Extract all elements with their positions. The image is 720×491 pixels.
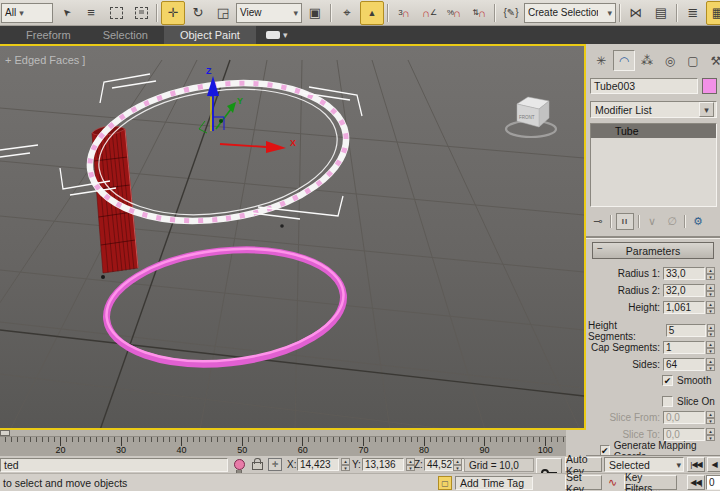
mirror-button[interactable]: ⋈	[624, 1, 648, 25]
pink-tube-ring[interactable]	[101, 238, 349, 375]
remove-modifier-icon[interactable]: ∅	[664, 214, 680, 229]
modify-tab[interactable]: ◠	[613, 50, 635, 71]
rotate-icon: ↻	[193, 5, 204, 20]
use-pivot-center-button[interactable]: ▣	[303, 1, 327, 25]
angle-snap-toggle[interactable]: ∩∠	[417, 1, 441, 25]
current-frame-field[interactable]: 0	[706, 475, 720, 490]
modifier-list-dropdown[interactable]: Modifier List ▾	[590, 101, 717, 118]
select-and-rotate-button[interactable]: ↻	[186, 1, 210, 25]
ribbon-tab[interactable]: Object Paint	[164, 26, 256, 44]
snaps-toggle[interactable]: 3∩	[392, 1, 416, 25]
window-crossing-toggle[interactable]	[129, 1, 153, 25]
display-icon: ▢	[687, 54, 698, 68]
parameter-row: Height Segments: 5 ▴▾	[588, 322, 718, 339]
hierarchy-tab[interactable]: ⁂	[636, 50, 658, 71]
perspective-viewport[interactable]: Z Y X FRONT + Edged Faces ]	[0, 44, 586, 430]
keyboard-shortcut-override-toggle[interactable]: ▲	[360, 1, 384, 25]
smooth-checkbox[interactable]: ✔	[662, 375, 673, 386]
key-selection-dropdown[interactable]: Selected ▾	[604, 457, 684, 472]
parameter-input[interactable]: 0,0	[663, 411, 705, 424]
object-color-swatch[interactable]	[702, 78, 717, 94]
toolbar-separator	[387, 4, 389, 22]
slice-on-checkbox[interactable]	[662, 396, 673, 407]
spinner-snap-toggle[interactable]: ⇅∩	[467, 1, 491, 25]
object-name-field[interactable]: Tube003	[590, 78, 698, 94]
select-and-move-button[interactable]: ✛	[161, 1, 185, 25]
parameter-input[interactable]: 32,0	[663, 284, 705, 297]
parameter-input[interactable]: 64	[663, 358, 705, 371]
percent-snap-toggle[interactable]: %∩	[442, 1, 466, 25]
layer-manager-button[interactable]: ≣	[681, 1, 705, 25]
timeline-ruler[interactable]: 20 30 40 50 60 70 80 90 100	[0, 437, 566, 456]
parameters-rollout-header[interactable]: − Parameters	[592, 242, 714, 259]
spinner-buttons[interactable]: ▴▾	[707, 324, 715, 337]
modifier-stack[interactable]: Tube	[590, 123, 717, 207]
named-selection-set-dropdown[interactable]: Create Selection Se ▾	[524, 3, 616, 23]
key-filters-button[interactable]: Key Filters...	[624, 475, 677, 490]
make-unique-icon[interactable]: ∨	[644, 214, 660, 229]
toolbar-separator	[494, 4, 496, 22]
selection-filter-dropdown[interactable]: All ▾	[1, 3, 53, 23]
parameter-label: Radius 1:	[618, 268, 660, 279]
show-end-result-icon[interactable]: II	[616, 213, 634, 230]
motion-tab[interactable]: ◎	[659, 50, 681, 71]
ribbon-tab[interactable]: Selection	[87, 26, 164, 44]
ribbon-tab[interactable]: Freeform	[10, 26, 87, 44]
spinner-buttons[interactable]: ▴▾	[706, 411, 715, 424]
time-tag-icon[interactable]: ▢	[438, 476, 452, 490]
parameter-label: Radius 2:	[618, 285, 660, 296]
cursor-icon: ➤	[59, 6, 73, 20]
reference-coordinate-dropdown[interactable]: View ▾	[236, 3, 302, 23]
parameter-input[interactable]: 1,061	[663, 301, 705, 314]
ribbon-minimize-button[interactable]: ▬ ▾	[266, 26, 288, 44]
add-time-tag-field[interactable]: Add Time Tag	[455, 476, 533, 490]
spinner-buttons[interactable]: ▴▾	[706, 267, 715, 280]
default-in-out-tangent-icon[interactable]: ∿	[604, 475, 621, 490]
edit-named-selection-sets-button[interactable]: {✎}	[499, 1, 523, 25]
spinner-buttons[interactable]: ▴▾	[706, 284, 715, 297]
z-spinner[interactable]: ▴▾	[453, 458, 462, 471]
go-to-start-button[interactable]: |◀◀	[687, 457, 705, 472]
rectangular-selection-region-button[interactable]	[104, 1, 128, 25]
modifier-stack-item[interactable]: Tube	[591, 124, 716, 138]
track-bar[interactable]	[0, 430, 566, 437]
ruler-frame-label: 70	[358, 445, 368, 455]
select-by-name-button[interactable]: ≡	[79, 1, 103, 25]
select-and-scale-button[interactable]: ◲	[211, 1, 235, 25]
parameter-row: Sides: 64 ▴▾	[588, 356, 718, 373]
generate-mapping-checkbox[interactable]: ✔	[600, 445, 610, 456]
spinner-buttons[interactable]: ▴▾	[706, 301, 715, 314]
x-coordinate-field[interactable]: 14,423	[297, 458, 339, 471]
viewcube[interactable]: FRONT	[506, 97, 556, 137]
set-key-button[interactable]: Set Key	[565, 475, 602, 490]
time-slider-handle[interactable]	[0, 430, 10, 436]
align-button[interactable]: ▤	[649, 1, 673, 25]
command-panel-tabs: ✳ ◠ ⁂ ◎ ▢ ⚒	[590, 50, 720, 71]
go-to-end-button[interactable]: ◀◀|	[687, 475, 705, 490]
parameter-label: Height Segments:	[588, 320, 663, 342]
previous-frame-button[interactable]: ◀	[707, 457, 720, 472]
isolate-selection-icon[interactable]	[234, 459, 244, 471]
viewport-canvas[interactable]: Z Y X FRONT	[0, 46, 584, 428]
utilities-tab[interactable]: ⚒	[705, 50, 720, 71]
graphite-ribbon-toggle[interactable]: ▦	[706, 1, 720, 25]
parameter-row: Height: 1,061 ▴▾	[588, 299, 718, 316]
viewport-shading-label[interactable]: + Edged Faces ]	[5, 54, 85, 66]
parameter-input[interactable]: 5	[666, 324, 706, 337]
spinner-buttons[interactable]: ▴▾	[706, 341, 715, 354]
configure-modifier-sets-icon[interactable]: ⚙	[690, 214, 706, 229]
display-tab[interactable]: ▢	[682, 50, 704, 71]
x-spinner[interactable]: ▴▾	[341, 458, 350, 471]
spinner-buttons[interactable]: ▴▾	[706, 358, 715, 371]
create-tab[interactable]: ✳	[590, 50, 612, 71]
transform-gizmo[interactable]: Z Y X	[199, 66, 296, 153]
selection-lock-icon[interactable]	[252, 462, 263, 470]
absolute-offset-mode-icon[interactable]: ✛	[268, 458, 282, 471]
select-object-button[interactable]: ➤	[54, 1, 78, 25]
y-coordinate-field[interactable]: 13,136	[362, 458, 404, 471]
parameter-input[interactable]: 1	[663, 341, 705, 354]
parameter-input[interactable]: 33,0	[663, 267, 705, 280]
slice-on-label: Slice On	[677, 396, 715, 407]
pin-stack-icon[interactable]: ⊸	[590, 214, 606, 229]
select-and-manipulate-button[interactable]: ⌖	[335, 1, 359, 25]
